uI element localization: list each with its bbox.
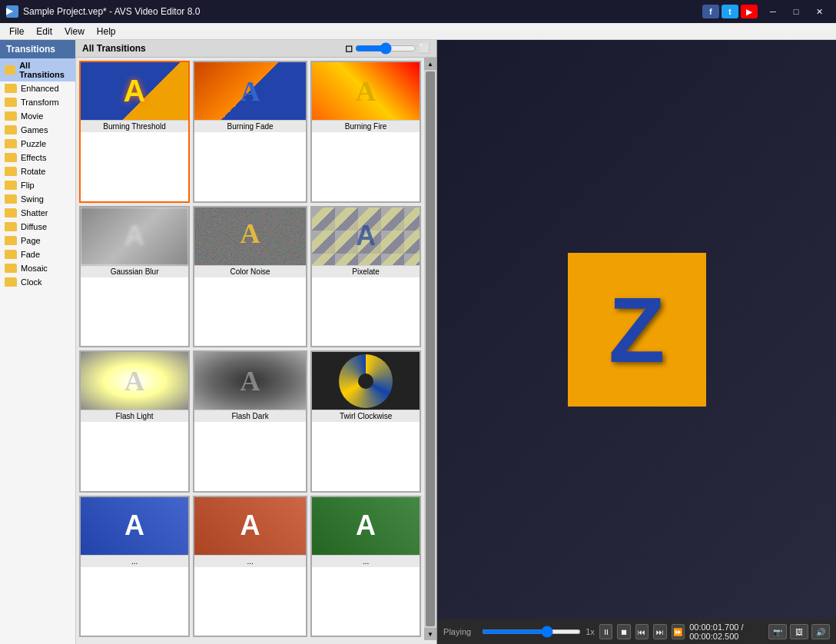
all-transitions-label: All Transitions	[19, 61, 71, 79]
volume-btn[interactable]: 🔊	[811, 624, 830, 639]
transition-pixelate[interactable]: A Pixelate	[310, 206, 421, 348]
sidebar-item-clock[interactable]: Clock	[0, 275, 75, 289]
transition-label: Flash Dark	[194, 410, 306, 422]
folder-icon	[5, 98, 17, 107]
transition-more-1[interactable]: A ...	[79, 496, 190, 638]
swing-label: Swing	[21, 194, 44, 204]
close-btn[interactable]: ✕	[808, 4, 830, 19]
menu-file[interactable]: File	[3, 25, 30, 38]
folder-icon	[5, 125, 17, 134]
preview-icons: 📷 🖼 🔊	[768, 624, 830, 639]
preview-z-box: Z	[568, 253, 706, 407]
sidebar-item-all-transitions[interactable]: All Transitions	[0, 58, 75, 81]
transitions-grid: A Burning Threshold A Burning Fade A	[76, 58, 424, 640]
sidebar-item-movie[interactable]: Movie	[0, 109, 75, 123]
current-time: 00:00:01.700	[689, 622, 738, 632]
video-preview: Z	[437, 40, 836, 619]
sidebar-item-page[interactable]: Page	[0, 234, 75, 247]
menu-edit[interactable]: Edit	[30, 25, 58, 38]
small-size-icon[interactable]: ◻	[345, 43, 353, 54]
time-display: 00:00:01.700 / 00:00:02.500	[689, 622, 764, 641]
right-panel: Z Playing 1x ⏸ ⏹ ⏮ ⏭ ⏩ 00:00:01.700 / 00…	[437, 40, 836, 644]
snapshot-btn[interactable]: 🖼	[790, 624, 808, 639]
scroll-up-btn[interactable]: ▲	[424, 58, 436, 70]
transition-flash-light[interactable]: A Flash Light	[79, 350, 190, 493]
pause-btn[interactable]: ⏸	[599, 624, 612, 639]
fade-label: Fade	[21, 250, 40, 259]
folder-icon	[5, 139, 17, 148]
diffuse-label: Diffuse	[21, 222, 47, 231]
minimize-btn[interactable]: ─	[762, 4, 784, 19]
sidebar-item-games[interactable]: Games	[0, 123, 75, 137]
transition-thumb-img: A	[81, 352, 188, 410]
enhanced-label: Enhanced	[21, 84, 59, 93]
folder-icon	[5, 181, 17, 190]
transition-flash-dark[interactable]: A Flash Dark	[193, 350, 307, 493]
social-links: f t ▶	[702, 5, 758, 18]
scroll-thumb[interactable]	[426, 71, 435, 626]
flip-label: Flip	[21, 181, 35, 190]
sidebar-item-swing[interactable]: Swing	[0, 192, 75, 206]
transition-label: Burning Threshold	[81, 120, 188, 132]
scroll-down-btn[interactable]: ▼	[424, 628, 436, 640]
menu-bar: File Edit View Help	[0, 23, 836, 40]
sidebar-item-mosaic[interactable]: Mosaic	[0, 261, 75, 275]
main-content: Transitions All Transitions Enhanced Tra…	[0, 40, 836, 644]
youtube-btn[interactable]: ▶	[741, 5, 758, 18]
playback-controls: Playing 1x ⏸ ⏹ ⏮ ⏭ ⏩ 00:00:01.700 / 00:0…	[437, 619, 836, 644]
transition-label: Color Noise	[194, 265, 306, 277]
effects-label: Effects	[21, 153, 46, 162]
sidebar-item-rotate[interactable]: Rotate	[0, 164, 75, 178]
sidebar-item-fade[interactable]: Fade	[0, 247, 75, 261]
facebook-btn[interactable]: f	[702, 5, 719, 18]
sidebar-item-flip[interactable]: Flip	[0, 178, 75, 192]
title-bar: ▶ Sample Project.vep* - AVS Video Editor…	[0, 0, 836, 23]
transition-twirl-clockwise[interactable]: Twirl Clockwise	[310, 350, 421, 493]
transition-more-3[interactable]: A ...	[310, 496, 421, 638]
prev-btn[interactable]: ⏮	[635, 624, 649, 639]
window-title: Sample Project.vep* - AVS Video Editor 8…	[23, 6, 702, 17]
transition-thumb-img: A	[194, 207, 306, 265]
transition-burning-threshold[interactable]: A Burning Threshold	[79, 61, 190, 203]
folder-icon	[5, 277, 17, 287]
next-btn[interactable]: ⏭	[653, 624, 666, 639]
transition-burning-fade[interactable]: A Burning Fade	[193, 61, 307, 203]
noise-svg: A	[194, 207, 306, 265]
left-panel: Transitions All Transitions Enhanced Tra…	[0, 40, 76, 644]
transition-more-2[interactable]: A ...	[193, 496, 307, 638]
transition-gaussian-blur[interactable]: A Gaussian Blur	[79, 206, 190, 348]
transition-thumb-img: A	[81, 207, 188, 265]
sidebar-item-shatter[interactable]: Shatter	[0, 206, 75, 220]
shatter-label: Shatter	[21, 208, 48, 217]
folder-icon	[5, 153, 17, 162]
maximize-btn[interactable]: □	[785, 4, 807, 19]
twitter-btn[interactable]: t	[722, 5, 738, 18]
sidebar-item-enhanced[interactable]: Enhanced	[0, 81, 75, 95]
sidebar-item-puzzle[interactable]: Puzzle	[0, 137, 75, 151]
total-time: 00:00:02.500	[689, 632, 738, 641]
transition-label: Gaussian Blur	[81, 265, 188, 277]
transition-thumb-img: A	[312, 497, 420, 555]
menu-view[interactable]: View	[58, 25, 91, 38]
playback-slider[interactable]	[482, 629, 581, 634]
sidebar-item-effects[interactable]: Effects	[0, 151, 75, 164]
folder-icon	[5, 167, 17, 176]
clock-label: Clock	[21, 277, 42, 287]
sidebar-item-diffuse[interactable]: Diffuse	[0, 220, 75, 234]
all-transitions-title: All Transitions	[82, 43, 345, 54]
transition-label: Flash Light	[81, 410, 188, 422]
time-separator: /	[741, 622, 743, 632]
movie-label: Movie	[21, 111, 43, 121]
large-size-icon[interactable]: ⬜	[419, 43, 430, 54]
transitions-grid-scroll: A Burning Threshold A Burning Fade A	[76, 58, 436, 640]
screenshot-btn[interactable]: 📷	[768, 624, 787, 639]
transition-thumb-img: A	[81, 497, 188, 555]
menu-help[interactable]: Help	[91, 25, 122, 38]
transition-burning-fire[interactable]: A Burning Fire	[310, 61, 421, 203]
transition-thumb-img: A	[81, 62, 188, 120]
size-slider[interactable]	[355, 45, 416, 51]
transition-color-noise[interactable]: A Color Noise	[193, 206, 307, 348]
stop-btn[interactable]: ⏹	[617, 624, 630, 639]
fast-forward-btn[interactable]: ⏩	[672, 624, 685, 639]
sidebar-item-transform[interactable]: Transform	[0, 95, 75, 109]
